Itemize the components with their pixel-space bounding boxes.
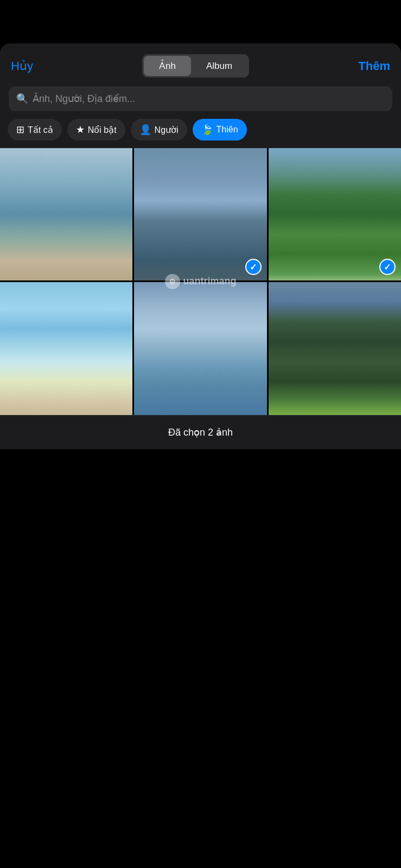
photo-cell-1[interactable]	[0, 148, 132, 280]
check-badge-3: ✓	[379, 259, 396, 275]
filter-tab-nature[interactable]: 🍃 Thiên	[193, 119, 247, 141]
filter-tab-people-label: Người	[155, 125, 179, 135]
search-placeholder: Ảnh, Người, Địa điểm...	[33, 93, 135, 105]
filter-tab-all-label: Tất cả	[28, 125, 53, 135]
photo-cell-4[interactable]	[0, 282, 132, 414]
photo-grid-wrapper: ✓ ✓ ⚙ uantrimang	[0, 148, 401, 415]
star-icon: ★	[76, 124, 85, 136]
filter-tab-nature-label: Thiên	[217, 125, 238, 135]
cancel-button[interactable]: Hủy	[11, 59, 33, 73]
bottom-bar: Đã chọn 2 ảnh	[0, 415, 401, 449]
filter-tab-featured-label: Nổi bật	[88, 125, 117, 135]
photo-cell-5[interactable]	[134, 282, 266, 414]
person-icon: 👤	[139, 124, 151, 136]
photo-cell-6[interactable]	[269, 282, 401, 414]
segment-photo-button[interactable]: Ảnh	[144, 56, 191, 76]
filter-tab-people[interactable]: 👤 Người	[131, 119, 187, 141]
filter-tab-featured[interactable]: ★ Nổi bật	[67, 119, 125, 141]
photo-grid: ✓ ✓	[0, 148, 401, 415]
leaf-icon: 🍃	[201, 124, 213, 136]
modal-header: Hủy Ảnh Album Thêm	[0, 43, 401, 86]
photo-cell-3[interactable]: ✓	[269, 148, 401, 280]
grid-icon: ⊞	[16, 124, 24, 136]
check-badge-2: ✓	[245, 259, 262, 275]
segment-control: Ảnh Album	[142, 54, 249, 78]
filter-tab-all[interactable]: ⊞ Tất cả	[8, 119, 62, 141]
photo-cell-2[interactable]: ✓	[134, 148, 266, 280]
add-button[interactable]: Thêm	[358, 59, 390, 73]
search-icon: 🔍	[16, 93, 28, 105]
segment-album-button[interactable]: Album	[191, 56, 247, 76]
selection-count-text: Đã chọn 2 ảnh	[168, 427, 233, 438]
search-bar[interactable]: 🔍 Ảnh, Người, Địa điểm...	[9, 86, 392, 111]
filter-tabs: ⊞ Tất cả ★ Nổi bật 👤 Người 🍃 Thiên	[0, 119, 401, 148]
